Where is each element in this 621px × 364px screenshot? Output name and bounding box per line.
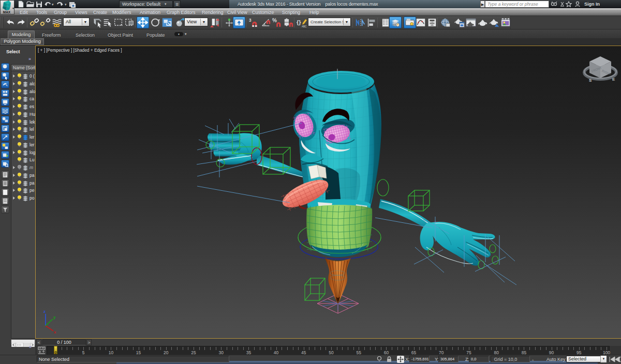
svg-text:▾: ▾ — [65, 3, 67, 6]
svg-text:y: y — [53, 315, 56, 320]
svg-text:{}: {} — [297, 19, 301, 25]
svg-text:E: E — [612, 77, 615, 82]
svg-text:x: x — [54, 330, 56, 335]
svg-text:▾: ▾ — [52, 3, 54, 6]
svg-text:z: z — [43, 309, 46, 314]
svg-text:ABC: ABC — [302, 25, 307, 28]
svg-text:S: S — [589, 78, 592, 83]
svg-text:3: 3 — [249, 18, 252, 23]
svg-text:%: % — [272, 18, 277, 24]
